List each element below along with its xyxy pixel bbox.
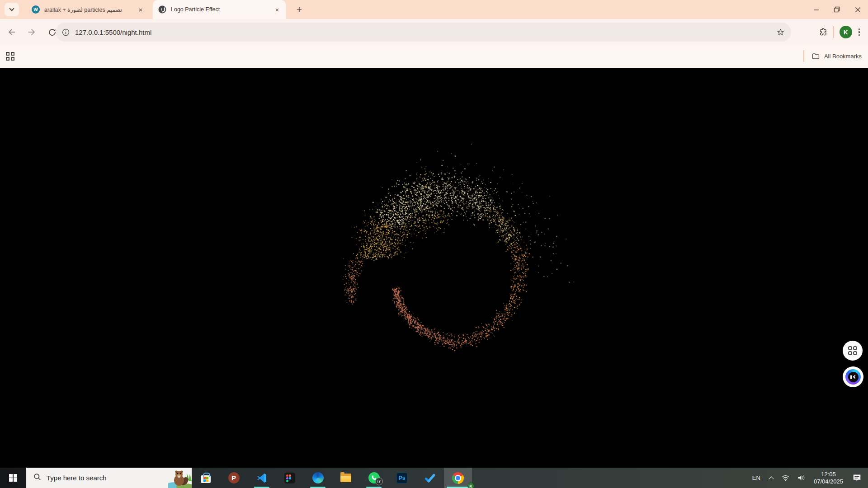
profile-avatar[interactable]: K (840, 26, 852, 38)
clock-date: 07/04/2025 (814, 478, 843, 485)
figma-icon (284, 473, 295, 483)
windows-logo-icon (9, 474, 17, 482)
taskbar-microsoft-store[interactable] (192, 468, 220, 488)
back-button[interactable] (5, 25, 19, 39)
taskbar-chrome[interactable]: K (444, 468, 472, 488)
close-window-button[interactable] (847, 0, 868, 19)
apps-grid-icon[interactable] (6, 52, 15, 61)
url-address-bar[interactable]: 127.0.0.1:5500/night.html (56, 23, 791, 42)
robot-face-icon (848, 372, 859, 382)
url-text[interactable]: 127.0.0.1:5500/night.html (75, 28, 776, 36)
whatsapp-notification-badge: ١٣ (375, 478, 383, 485)
folder-icon (811, 52, 820, 61)
tab1-close-icon[interactable]: × (137, 5, 145, 14)
tab2-title: Logo Particle Effect (171, 6, 273, 13)
taskbar-edge[interactable] (304, 468, 332, 488)
site-info-icon[interactable] (62, 28, 70, 36)
whatsapp-icon: ١٣ (368, 472, 380, 483)
chevron-down-icon (9, 6, 14, 11)
ai-assistant-button[interactable] (843, 366, 863, 387)
taskbar-figma[interactable] (276, 468, 304, 488)
file-explorer-icon (340, 474, 351, 482)
windows-taskbar: P (0, 468, 868, 488)
language-indicator[interactable]: EN (748, 474, 765, 481)
action-center-icon[interactable] (848, 474, 868, 482)
check-icon (424, 472, 436, 484)
tab-logo-particle-effect[interactable]: Logo Particle Effect × (153, 0, 286, 19)
tab2-favicon-icon (158, 5, 166, 14)
volume-icon[interactable] (793, 474, 809, 482)
microsoft-store-icon (201, 475, 211, 483)
photoshop-icon: Ps (396, 473, 407, 483)
taskbar-psiphon[interactable]: P (220, 468, 248, 488)
chrome-icon (452, 472, 464, 484)
menu-kebab-icon[interactable] (859, 28, 860, 36)
clock[interactable]: 12:05 07/04/2025 (809, 471, 848, 485)
browser-toolbar: 127.0.0.1:5500/night.html K (0, 19, 868, 45)
window-controls (806, 0, 868, 19)
taskbar-todo[interactable] (416, 468, 444, 488)
taskbar-whatsapp[interactable]: ١٣ (360, 468, 388, 488)
page-content (0, 68, 868, 468)
system-tray: EN 12:05 07/04/2025 (748, 468, 868, 488)
clover-grid-icon (848, 346, 858, 356)
new-tab-button[interactable]: + (293, 3, 306, 16)
tab-search-button[interactable] (5, 3, 19, 16)
wifi-icon[interactable] (778, 474, 793, 482)
taskbar-file-explorer[interactable] (332, 468, 360, 488)
chrome-profile-badge: K (467, 483, 474, 488)
taskbar-apps: P (192, 468, 472, 488)
clock-time: 12:05 (814, 471, 843, 478)
taskbar-vscode[interactable] (248, 468, 276, 488)
ai-gradient-ring-icon (845, 369, 861, 385)
tab1-favicon-icon: W (32, 5, 40, 14)
search-highlight-beaver-image[interactable] (168, 468, 192, 488)
bookmarks-bar: All Bookmarks (0, 45, 868, 68)
start-button[interactable] (0, 468, 26, 488)
edge-icon (312, 472, 324, 483)
tab1-title: arallax + لصورة particles تصميم (44, 6, 137, 13)
extension-launcher-button[interactable] (843, 341, 863, 361)
toolbar-divider (833, 26, 834, 38)
restore-button[interactable] (826, 0, 847, 19)
all-bookmarks-button[interactable]: All Bookmarks (798, 45, 862, 67)
psiphon-icon: P (228, 472, 240, 483)
search-input[interactable] (47, 474, 160, 482)
tab2-close-icon[interactable]: × (273, 5, 281, 14)
bookmark-star-icon[interactable] (776, 28, 785, 37)
taskbar-search[interactable] (26, 468, 192, 488)
search-icon (33, 473, 41, 483)
particle-canvas (0, 68, 868, 468)
hidden-icons-chevron-icon[interactable] (769, 476, 774, 481)
forward-button[interactable] (24, 25, 39, 39)
all-bookmarks-label: All Bookmarks (824, 53, 862, 60)
chrome-tab-strip: W arallax + لصورة particles تصميم × Logo… (0, 0, 868, 19)
bookmarks-divider (803, 50, 804, 62)
desktop-screen: W arallax + لصورة particles تصميم × Logo… (0, 0, 868, 488)
minimize-button[interactable] (806, 0, 826, 19)
tab-parallax-particles[interactable]: W arallax + لصورة particles تصميم × (26, 0, 149, 19)
vscode-icon (256, 473, 267, 483)
taskbar-photoshop[interactable]: Ps (388, 468, 416, 488)
extensions-puzzle-icon[interactable] (818, 28, 828, 37)
